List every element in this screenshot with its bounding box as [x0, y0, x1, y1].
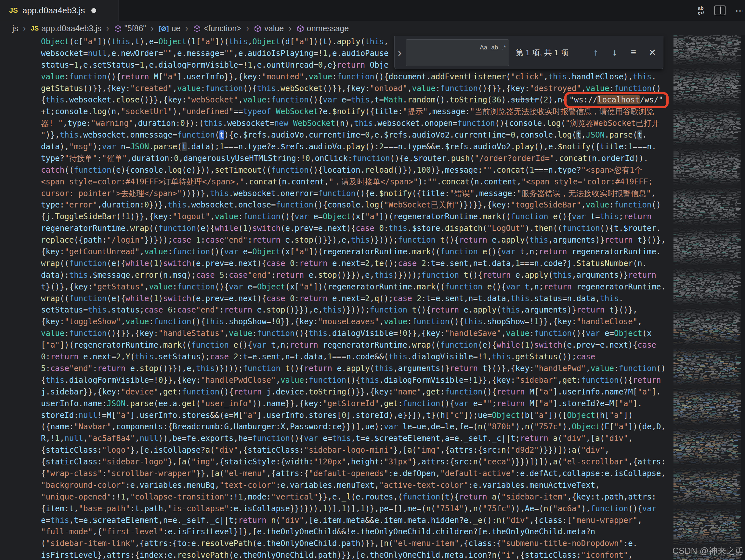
code-line[interactable]: "unique-opened":!1,"collapse-transition"… [41, 491, 670, 503]
code-line[interactable]: 器! ",type:"warning",duration:0}):(this.w… [41, 118, 670, 129]
breadcrumb-separator-icon: › [151, 23, 154, 33]
code-line[interactable]: {item:t,"base-path":t.path,"is-collapse"… [41, 503, 670, 515]
symbol-object-icon [193, 25, 201, 33]
code-line[interactable]: ({name:"Navbar",components:{Breadcrumb:G… [41, 421, 670, 433]
code-line[interactable]: {key:"toggleShow",value:function(){this.… [41, 316, 670, 328]
breadcrumb-label: "5f86" [125, 24, 146, 33]
code-line[interactable]: isFirstLevel},attrs:{index:e.resolvePath… [41, 550, 670, 560]
editor-actions: ab c↵ ⋯ [698, 0, 745, 21]
match-count: 第 1 项, 共 1 项 [516, 48, 569, 58]
code-line[interactable]: cursor: pointer'>去处理</span>"))})},this.w… [41, 188, 670, 200]
code-line[interactable]: {j.ToggleSideBar(!1)}},{key:"logout",val… [41, 211, 670, 223]
code-line[interactable]: <span style=color:#419EFF>订单待处理</span>,"… [41, 176, 670, 188]
close-icon[interactable]: ✕ [647, 47, 658, 58]
breadcrumb-separator-icon: › [106, 23, 109, 33]
code-line[interactable]: ("sidebar-item-link",{attrs:{to:e.resolv… [41, 538, 670, 550]
scrollbar-track[interactable] [741, 35, 745, 560]
code-line[interactable]: type:"error",duration:0})},this.websocke… [41, 199, 670, 211]
code-line[interactable]: 0:return e.next=2,Y(this.setStatus);case… [41, 351, 670, 363]
symbol-object-icon [254, 25, 262, 33]
tab-bar: JS app.d0aa4eb3.js ab c↵ ⋯ [0, 0, 745, 21]
breadcrumb-separator-icon: › [289, 23, 292, 33]
breadcrumb-label: value [264, 24, 284, 33]
symbol-object-icon [296, 25, 304, 33]
minimap-canvas [673, 35, 741, 560]
code-line[interactable]: ")},this.websocket.onmessage=function(t)… [41, 129, 670, 141]
split-editor-icon[interactable] [714, 5, 725, 15]
code-line[interactable]: t}()},{key:"getStatus",value:function(){… [41, 281, 670, 293]
toggle-replace-chevron-icon[interactable]: › [395, 36, 405, 69]
code-line[interactable]: catch((function(e){console.log(e)})),set… [41, 164, 670, 176]
code-line[interactable]: R,!1,null,"ac5af8a4",null)),be=fe.export… [41, 433, 670, 444]
code-line[interactable]: wrap((function(e){while(1)switch(e.prev=… [41, 258, 670, 270]
code-line[interactable]: +t;console.log(n,"socketUrl"),"undefined… [41, 106, 670, 118]
find-widget: › (function(e){fu //# sourceMapp Aa ab .… [394, 36, 663, 69]
word-wrap-icon[interactable]: ab c↵ [698, 5, 705, 15]
breadcrumb-separator-icon: › [185, 23, 188, 33]
breadcrumb-label: app.d0aa4eb3.js [41, 24, 101, 33]
modified-indicator-icon[interactable] [91, 8, 96, 13]
match-case-icon[interactable]: Aa [480, 42, 487, 53]
js-file-icon: JS [9, 6, 18, 14]
symbol-array-icon: [⊘] [159, 25, 169, 33]
code-line[interactable]: ["a"])(regeneratorRuntime.mark((function… [41, 340, 670, 351]
watermark: CSDN @神来之勇 [673, 545, 744, 557]
code-line[interactable]: replace({path:"/login"})}));case 1:case"… [41, 235, 670, 246]
code-line[interactable]: e=this,t=e.$createElement,n=e._self._c||… [41, 515, 670, 527]
breadcrumb-label: js [12, 24, 18, 33]
breadcrumb-separator-icon: › [247, 23, 249, 33]
word-wrap-icon-bottom: c↵ [698, 10, 705, 15]
code-line[interactable]: value:function(){}},{key:"handleStatus",… [41, 328, 670, 340]
editor-code-area[interactable]: Object(c["a"])(this,t),e=Object(l["a"])(… [41, 36, 670, 560]
breadcrumb-item[interactable]: value [254, 24, 284, 33]
code-line[interactable]: 5:case"end":return e.stop()}}),e,this)})… [41, 363, 670, 375]
find-query-line-1: (function(e){fu [409, 63, 476, 66]
code-line[interactable]: {staticClass:"sidebar-logo"},[a("img",{s… [41, 456, 670, 468]
breadcrumb-label: <function> [203, 24, 241, 33]
breadcrumb-label: ue [171, 24, 181, 33]
code-line[interactable]: userInfo.name:JSON.parse(ee.a.get("user_… [41, 398, 670, 410]
breadcrumb: js›JSapp.d0aa4eb3.js›"5f86"›[⊘]ue›<funct… [0, 21, 745, 36]
js-file-icon: JS [31, 25, 39, 32]
breadcrumb-item[interactable]: "5f86" [114, 24, 146, 33]
more-actions-icon[interactable]: ⋯ [735, 5, 743, 16]
breadcrumb-separator-icon: › [23, 23, 26, 33]
find-in-selection-icon[interactable]: ≡ [628, 47, 639, 58]
code-line[interactable]: storeId:null!=M["a"].userInfo.stores&&(e… [41, 410, 670, 422]
code-line[interactable]: data),"msg");var n=JSON.parse(t.data);1=… [41, 141, 670, 153]
whole-word-icon[interactable]: ab [491, 42, 498, 53]
code-line[interactable]: {this.dialogFormVisible=!0}},{key:"handl… [41, 375, 670, 386]
breadcrumb-item[interactable]: onmessage [296, 24, 349, 33]
previous-match-icon[interactable]: ↑ [590, 47, 601, 58]
code-line[interactable]: "background-color":e.variables.menuBg,"t… [41, 480, 670, 491]
code-line[interactable]: type?"待接单":"催单",duration:0,dangerouslyUs… [41, 153, 670, 164]
find-buttons: ↑ ↓ ≡ ✕ [590, 47, 658, 58]
code-line[interactable]: {key:"getCountUnread",value:function(){v… [41, 246, 670, 258]
code-line[interactable]: j.sidebar}},{key:"device",get:function()… [41, 386, 670, 398]
code-line[interactable]: regeneratorRuntime.wrap((function(e){whi… [41, 223, 670, 235]
code-line[interactable]: {"wrap-class":"scrollbar-wrapper"}},[a("… [41, 468, 670, 480]
vscode-window: JS app.d0aa4eb3.js ab c↵ ⋯ js›JSapp.d0aa… [0, 0, 745, 560]
symbol-object-icon [114, 25, 122, 33]
code-line[interactable]: value:function(){return M["a"].userInfo}… [41, 71, 670, 83]
code-line[interactable]: setStatus=this.status;case 6:case"end":r… [41, 304, 670, 316]
find-options: Aa ab .* [480, 42, 506, 53]
breadcrumb-item[interactable]: js [12, 24, 18, 33]
breadcrumb-label: onmessage [307, 24, 349, 33]
tab-title: app.d0aa4eb3.js [23, 5, 85, 15]
breadcrumb-item[interactable]: JSapp.d0aa4eb3.js [31, 24, 101, 33]
regex-icon[interactable]: .* [502, 42, 506, 53]
find-input[interactable]: (function(e){fu //# sourceMapp Aa ab .* [406, 39, 509, 66]
code-line[interactable]: "full-mode",{"first-level":e.isFirstLeve… [41, 526, 670, 538]
code-line[interactable]: {staticClass:"logo"},[e.isCollapse?a("di… [41, 444, 670, 456]
code-line[interactable]: data):this.$message.error(n.msg);case 5:… [41, 270, 670, 281]
next-match-icon[interactable]: ↓ [609, 47, 620, 58]
editor-tab[interactable]: JS app.d0aa4eb3.js [0, 0, 119, 21]
code-line[interactable]: wrap((function(e){while(1)switch(e.prev=… [41, 293, 670, 305]
breadcrumb-item[interactable]: <function> [193, 24, 241, 33]
word-wrap-icon-top: ab [698, 5, 704, 10]
code-line[interactable]: {this.websocket.close()}},{key:"webSocke… [41, 94, 670, 106]
breadcrumb-item[interactable]: [⊘]ue [159, 24, 181, 33]
minimap[interactable] [672, 35, 745, 560]
